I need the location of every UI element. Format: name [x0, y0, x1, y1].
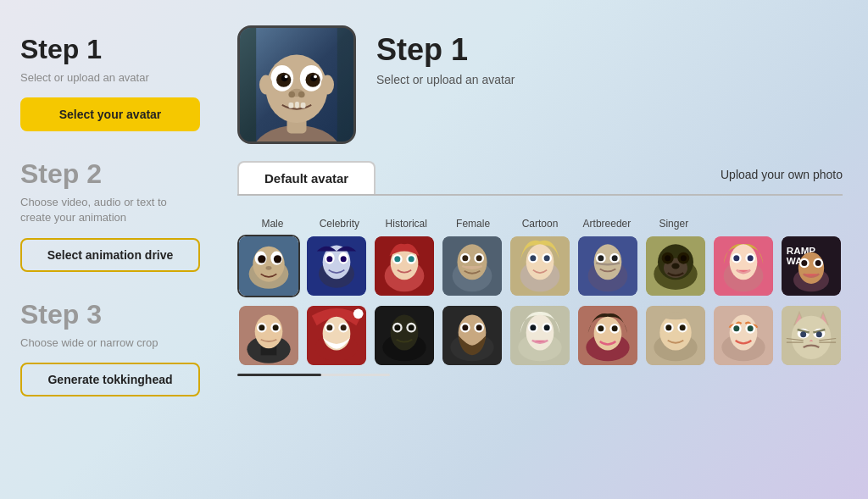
- svg-rect-16: [295, 102, 299, 108]
- svg-point-103: [326, 324, 332, 330]
- svg-point-10: [285, 75, 288, 79]
- generate-button[interactable]: Generate tokkinghead: [20, 363, 200, 396]
- sidebar: Step 1 Select or upload an avatar Select…: [0, 0, 220, 499]
- step2-desc: Choose video, audio or text to create yo…: [20, 195, 200, 225]
- svg-point-140: [680, 324, 686, 330]
- step1-desc: Select or upload an avatar: [20, 70, 200, 86]
- main-step-desc: Select or upload an avatar: [376, 73, 515, 86]
- step3-title: Step 3: [20, 299, 200, 330]
- svg-point-160: [816, 331, 822, 337]
- select-animation-button[interactable]: Select animation drive: [20, 238, 200, 272]
- svg-point-29: [266, 266, 272, 270]
- svg-point-55: [530, 255, 536, 261]
- svg-point-159: [800, 331, 806, 337]
- svg-point-87: [801, 260, 807, 266]
- step3-desc: Choose wide or narrow crop: [20, 335, 200, 351]
- categories-bar: Male Celebrity Historical Female Cartoon…: [237, 218, 843, 230]
- step2-title: Step 2: [20, 158, 200, 190]
- avatar-thumb-taylor[interactable]: [712, 235, 775, 297]
- step1-info: Step 1 Select or upload an avatar: [376, 25, 515, 86]
- svg-point-62: [598, 255, 604, 261]
- svg-point-99: [353, 309, 364, 319]
- step1-header: Step 1 Select or upload an avatar: [237, 25, 843, 144]
- svg-point-124: [530, 324, 536, 330]
- avatar-thumb-billie[interactable]: [509, 304, 571, 367]
- cat-cartoon: Cartoon: [507, 218, 574, 230]
- avatar-thumb-face-filter[interactable]: [712, 304, 775, 367]
- svg-point-70: [665, 255, 670, 261]
- svg-point-11: [314, 75, 317, 79]
- svg-point-117: [462, 324, 468, 330]
- avatar-thumb-gorilla[interactable]: [644, 235, 707, 297]
- cat-singer: Singer: [640, 218, 707, 230]
- svg-point-105: [341, 324, 347, 330]
- scroll-progress-bar[interactable]: [237, 374, 390, 376]
- svg-point-112: [409, 324, 415, 330]
- avatar-thumb-bearded[interactable]: [441, 304, 504, 367]
- svg-point-95: [259, 324, 264, 330]
- svg-point-154: [792, 316, 832, 359]
- cat-historical: Historical: [373, 218, 440, 230]
- avatar-thumb-corpse-bride[interactable]: [305, 235, 368, 297]
- svg-point-14: [298, 91, 305, 98]
- svg-point-50: [476, 255, 482, 261]
- svg-point-80: [748, 255, 754, 261]
- step2-block: Step 2 Choose video, audio or text to cr…: [20, 158, 200, 271]
- svg-point-57: [544, 255, 550, 261]
- svg-point-148: [748, 325, 754, 331]
- cat-female: Female: [440, 218, 507, 230]
- tab-left: Default avatar: [237, 161, 376, 194]
- svg-point-28: [274, 255, 281, 263]
- svg-rect-20: [240, 28, 256, 141]
- step3-block: Step 3 Choose wide or narrow crop Genera…: [20, 299, 200, 396]
- cat-artbreeder: Artbreeder: [573, 218, 640, 230]
- svg-point-48: [462, 255, 468, 261]
- avatar-thumb-gollum[interactable]: [237, 235, 300, 297]
- svg-point-85: [798, 252, 824, 284]
- scroll-progress-fill: [237, 374, 321, 376]
- svg-point-18: [259, 75, 272, 95]
- svg-rect-17: [301, 103, 306, 108]
- svg-point-72: [681, 255, 687, 261]
- main-step-title: Step 1: [376, 32, 515, 68]
- cat-male: Male: [239, 218, 306, 230]
- avatar-preview-svg: [240, 28, 353, 141]
- svg-point-141: [662, 312, 690, 319]
- avatar-thumb-bezos[interactable]: [644, 304, 707, 367]
- svg-point-78: [733, 255, 739, 261]
- avatar-grid-row2: [237, 304, 843, 367]
- avatar-thumb-man-suit[interactable]: [237, 304, 300, 367]
- svg-rect-15: [288, 103, 293, 108]
- upload-photo-link[interactable]: Upload your own photo: [721, 168, 843, 188]
- avatar-thumb-elder-man[interactable]: [441, 235, 504, 297]
- step1-block: Step 1 Select or upload an avatar Select…: [20, 34, 200, 131]
- svg-point-146: [733, 325, 739, 331]
- cat-celebrity: Celebrity: [306, 218, 373, 230]
- selected-avatar-preview: [237, 25, 356, 144]
- svg-point-41: [394, 256, 400, 262]
- avatar-thumb-santa[interactable]: [305, 304, 368, 367]
- avatar-thumb-dark-man[interactable]: [373, 304, 436, 367]
- svg-point-138: [665, 324, 671, 330]
- default-avatar-tab[interactable]: Default avatar: [237, 161, 376, 194]
- select-avatar-button[interactable]: Select your avatar: [20, 97, 200, 131]
- avatar-thumb-blonde-woman[interactable]: [509, 235, 571, 297]
- avatar-thumb-red-woman[interactable]: [373, 235, 436, 297]
- svg-point-131: [598, 325, 604, 331]
- svg-point-110: [394, 324, 400, 330]
- avatar-thumb-older-man[interactable]: [576, 235, 639, 297]
- step1-title: Step 1: [20, 34, 200, 65]
- svg-point-36: [341, 256, 347, 262]
- avatar-grid-row1: RAMP WAY: [237, 235, 843, 297]
- svg-point-43: [409, 256, 415, 262]
- svg-point-89: [815, 260, 821, 266]
- svg-point-122: [526, 315, 554, 351]
- avatar-thumb-grumpy-cat[interactable]: [780, 304, 843, 367]
- svg-point-26: [258, 255, 265, 263]
- svg-point-13: [288, 91, 295, 98]
- svg-rect-21: [337, 28, 353, 141]
- avatar-thumb-cardi[interactable]: RAMP WAY: [780, 235, 843, 297]
- avatar-thumb-dance-woman[interactable]: [576, 304, 639, 367]
- svg-point-136: [659, 315, 691, 351]
- svg-point-46: [458, 244, 487, 280]
